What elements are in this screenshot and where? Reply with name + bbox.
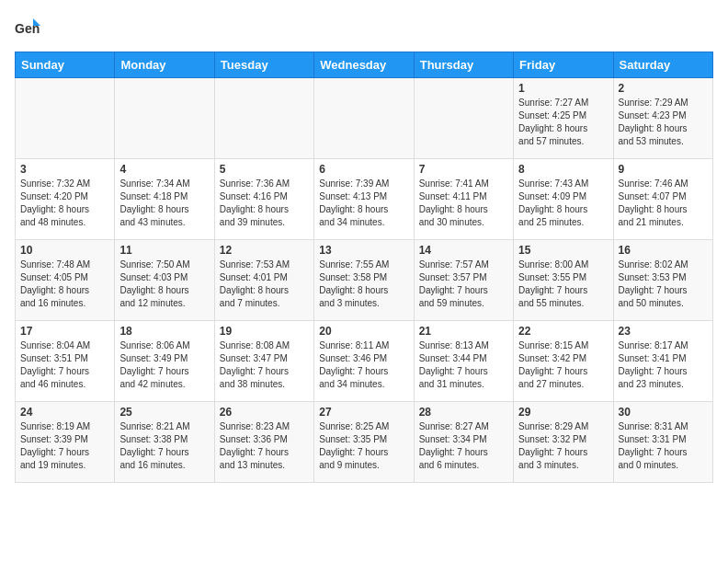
calendar-cell: 25Sunrise: 8:21 AM Sunset: 3:38 PM Dayli… [115, 402, 214, 483]
day-info: Sunrise: 8:13 AM Sunset: 3:44 PM Dayligh… [419, 339, 508, 391]
calendar-cell: 28Sunrise: 8:27 AM Sunset: 3:34 PM Dayli… [414, 402, 513, 483]
calendar-cell: 8Sunrise: 7:43 AM Sunset: 4:09 PM Daylig… [514, 159, 613, 240]
calendar-cell: 23Sunrise: 8:17 AM Sunset: 3:41 PM Dayli… [613, 321, 712, 402]
day-info: Sunrise: 7:36 AM Sunset: 4:16 PM Dayligh… [220, 178, 309, 229]
weekday-header-wednesday: Wednesday [314, 52, 414, 78]
day-number: 3 [20, 163, 109, 176]
day-info: Sunrise: 8:21 AM Sunset: 3:38 PM Dayligh… [119, 420, 209, 472]
calendar-cell: 2Sunrise: 7:29 AM Sunset: 4:23 PM Daylig… [613, 78, 712, 159]
day-number: 1 [518, 82, 608, 95]
calendar-cell [214, 78, 313, 159]
calendar-cell: 19Sunrise: 8:08 AM Sunset: 3:47 PM Dayli… [214, 321, 313, 402]
day-number: 6 [319, 163, 408, 176]
day-info: Sunrise: 7:50 AM Sunset: 4:03 PM Dayligh… [119, 259, 209, 310]
calendar-cell: 7Sunrise: 7:41 AM Sunset: 4:11 PM Daylig… [414, 159, 513, 240]
day-info: Sunrise: 7:32 AM Sunset: 4:20 PM Dayligh… [20, 178, 109, 229]
day-number: 5 [220, 163, 309, 176]
day-number: 12 [220, 244, 309, 257]
day-number: 29 [518, 406, 608, 419]
calendar-cell [16, 78, 115, 159]
calendar-cell: 20Sunrise: 8:11 AM Sunset: 3:46 PM Dayli… [314, 321, 414, 402]
day-info: Sunrise: 8:11 AM Sunset: 3:46 PM Dayligh… [319, 339, 408, 391]
calendar-cell: 16Sunrise: 8:02 AM Sunset: 3:53 PM Dayli… [613, 240, 712, 321]
day-number: 25 [119, 406, 209, 419]
calendar-cell: 10Sunrise: 7:48 AM Sunset: 4:05 PM Dayli… [16, 240, 115, 321]
day-number: 10 [20, 244, 109, 257]
day-info: Sunrise: 7:41 AM Sunset: 4:11 PM Dayligh… [419, 178, 508, 229]
day-number: 22 [518, 325, 608, 338]
day-number: 2 [619, 82, 708, 95]
calendar-week-4: 17Sunrise: 8:04 AM Sunset: 3:51 PM Dayli… [16, 321, 713, 402]
day-info: Sunrise: 8:29 AM Sunset: 3:32 PM Dayligh… [518, 420, 608, 472]
calendar-cell: 3Sunrise: 7:32 AM Sunset: 4:20 PM Daylig… [16, 159, 115, 240]
calendar-cell: 27Sunrise: 8:25 AM Sunset: 3:35 PM Dayli… [314, 402, 414, 483]
calendar-cell: 6Sunrise: 7:39 AM Sunset: 4:13 PM Daylig… [314, 159, 414, 240]
day-info: Sunrise: 7:55 AM Sunset: 3:58 PM Dayligh… [319, 259, 408, 310]
day-info: Sunrise: 8:19 AM Sunset: 3:39 PM Dayligh… [20, 420, 109, 472]
calendar-cell: 1Sunrise: 7:27 AM Sunset: 4:25 PM Daylig… [514, 78, 613, 159]
weekday-header-friday: Friday [514, 52, 613, 78]
calendar-cell: 4Sunrise: 7:34 AM Sunset: 4:18 PM Daylig… [115, 159, 214, 240]
calendar-cell: 18Sunrise: 8:06 AM Sunset: 3:49 PM Dayli… [115, 321, 214, 402]
day-info: Sunrise: 8:23 AM Sunset: 3:36 PM Dayligh… [220, 420, 309, 472]
calendar-cell: 21Sunrise: 8:13 AM Sunset: 3:44 PM Dayli… [414, 321, 513, 402]
calendar-cell [314, 78, 414, 159]
day-info: Sunrise: 8:00 AM Sunset: 3:55 PM Dayligh… [518, 259, 608, 310]
calendar-cell: 14Sunrise: 7:57 AM Sunset: 3:57 PM Dayli… [414, 240, 513, 321]
calendar-cell: 12Sunrise: 7:53 AM Sunset: 4:01 PM Dayli… [214, 240, 313, 321]
logo-icon: Gen [15, 15, 40, 40]
weekday-header-monday: Monday [115, 52, 214, 78]
day-number: 8 [518, 163, 608, 176]
calendar-cell: 11Sunrise: 7:50 AM Sunset: 4:03 PM Dayli… [115, 240, 214, 321]
day-number: 19 [220, 325, 309, 338]
calendar-week-3: 10Sunrise: 7:48 AM Sunset: 4:05 PM Dayli… [16, 240, 713, 321]
calendar-cell: 22Sunrise: 8:15 AM Sunset: 3:42 PM Dayli… [514, 321, 613, 402]
day-number: 21 [419, 325, 508, 338]
calendar-cell: 15Sunrise: 8:00 AM Sunset: 3:55 PM Dayli… [514, 240, 613, 321]
logo: Gen [15, 15, 44, 40]
day-number: 15 [518, 244, 608, 257]
day-info: Sunrise: 8:04 AM Sunset: 3:51 PM Dayligh… [20, 339, 109, 391]
day-info: Sunrise: 7:53 AM Sunset: 4:01 PM Dayligh… [220, 259, 309, 310]
day-number: 9 [619, 163, 708, 176]
day-number: 18 [119, 325, 209, 338]
calendar-week-1: 1Sunrise: 7:27 AM Sunset: 4:25 PM Daylig… [16, 78, 713, 159]
day-number: 7 [419, 163, 508, 176]
day-info: Sunrise: 7:48 AM Sunset: 4:05 PM Dayligh… [20, 259, 109, 310]
page-header: Gen [15, 15, 713, 40]
day-info: Sunrise: 7:43 AM Sunset: 4:09 PM Dayligh… [518, 178, 608, 229]
calendar-cell: 26Sunrise: 8:23 AM Sunset: 3:36 PM Dayli… [214, 402, 313, 483]
day-number: 30 [619, 406, 708, 419]
day-number: 14 [419, 244, 508, 257]
day-number: 28 [419, 406, 508, 419]
day-info: Sunrise: 8:31 AM Sunset: 3:31 PM Dayligh… [619, 420, 708, 472]
calendar-table: SundayMondayTuesdayWednesdayThursdayFrid… [15, 52, 713, 483]
day-info: Sunrise: 8:27 AM Sunset: 3:34 PM Dayligh… [419, 420, 508, 472]
day-number: 27 [319, 406, 408, 419]
calendar-cell: 24Sunrise: 8:19 AM Sunset: 3:39 PM Dayli… [16, 402, 115, 483]
day-number: 17 [20, 325, 109, 338]
day-info: Sunrise: 8:06 AM Sunset: 3:49 PM Dayligh… [119, 339, 209, 391]
day-info: Sunrise: 8:17 AM Sunset: 3:41 PM Dayligh… [619, 339, 708, 391]
day-info: Sunrise: 7:27 AM Sunset: 4:25 PM Dayligh… [518, 97, 608, 148]
calendar-cell: 5Sunrise: 7:36 AM Sunset: 4:16 PM Daylig… [214, 159, 313, 240]
calendar-week-2: 3Sunrise: 7:32 AM Sunset: 4:20 PM Daylig… [16, 159, 713, 240]
day-info: Sunrise: 7:39 AM Sunset: 4:13 PM Dayligh… [319, 178, 408, 229]
day-number: 26 [220, 406, 309, 419]
day-number: 23 [619, 325, 708, 338]
day-info: Sunrise: 7:29 AM Sunset: 4:23 PM Dayligh… [619, 97, 708, 148]
calendar-week-5: 24Sunrise: 8:19 AM Sunset: 3:39 PM Dayli… [16, 402, 713, 483]
day-info: Sunrise: 8:25 AM Sunset: 3:35 PM Dayligh… [319, 420, 408, 472]
day-info: Sunrise: 7:46 AM Sunset: 4:07 PM Dayligh… [619, 178, 708, 229]
day-number: 4 [119, 163, 209, 176]
calendar-cell: 9Sunrise: 7:46 AM Sunset: 4:07 PM Daylig… [613, 159, 712, 240]
calendar-header-row: SundayMondayTuesdayWednesdayThursdayFrid… [16, 52, 713, 78]
weekday-header-tuesday: Tuesday [214, 52, 313, 78]
day-info: Sunrise: 8:15 AM Sunset: 3:42 PM Dayligh… [518, 339, 608, 391]
calendar-cell [414, 78, 513, 159]
calendar-cell: 13Sunrise: 7:55 AM Sunset: 3:58 PM Dayli… [314, 240, 414, 321]
day-info: Sunrise: 8:02 AM Sunset: 3:53 PM Dayligh… [619, 259, 708, 310]
day-number: 16 [619, 244, 708, 257]
weekday-header-thursday: Thursday [414, 52, 513, 78]
day-info: Sunrise: 7:34 AM Sunset: 4:18 PM Dayligh… [119, 178, 209, 229]
